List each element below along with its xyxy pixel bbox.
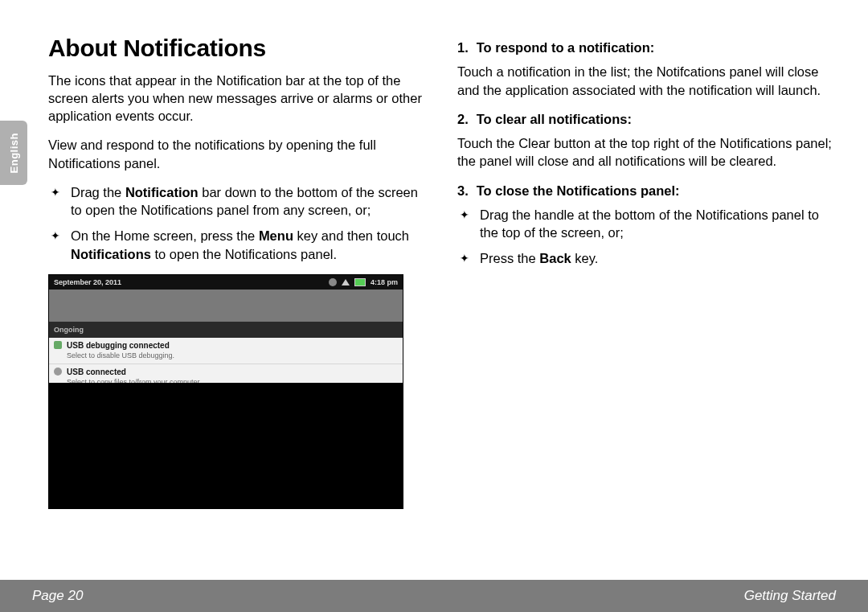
page: English About Notifications The icons th… [0,0,868,612]
star-icon: ✦ [457,206,472,242]
intro-para-1: The icons that appear in the Notificatio… [48,72,427,125]
bullet-text: Drag the handle at the bottom of the Not… [480,206,836,242]
screenshot-header-bar [49,290,403,322]
step-2-heading: 2. To clear all notifications: [457,110,836,128]
usb-icon [54,368,62,376]
footer-page-number: Page 20 [32,588,83,604]
bullet-menu-key: ✦ On the Home screen, press the Menu key… [48,227,427,263]
page-title: About Notifications [48,32,427,65]
sync-icon [329,278,337,286]
bullet-text: On the Home screen, press the Menu key a… [71,227,427,263]
star-icon: ✦ [457,249,472,267]
bullet-drag-handle: ✦ Drag the handle at the bottom of the N… [457,206,836,242]
screenshot-ongoing-label: Ongoing [49,322,403,338]
footer-section-title: Getting Started [744,588,836,604]
step-1-text: Touch a notification in the list; the No… [457,63,836,99]
step-1-heading: 1. To respond to a notification: [457,39,836,56]
left-column: About Notifications The icons that appea… [48,32,427,564]
star-icon: ✦ [48,183,63,220]
language-tab-label: English [8,133,20,173]
page-footer: Page 20 Getting Started [0,580,868,612]
battery-icon [354,278,366,286]
bullet-drag-bar: ✦ Drag the Notification bar down to the … [48,183,427,220]
statusbar-time: 4:18 pm [371,277,398,287]
content-area: About Notifications The icons that appea… [48,32,836,564]
step-3-heading: 3. To close the Notifications panel: [457,182,836,199]
row-subtitle: Select to disable USB debugging. [67,351,398,360]
bullet-back-key: ✦ Press the Back key. [457,249,836,267]
row-title: USB debugging connected [67,340,398,351]
row-title: USB connected [67,367,398,378]
screenshot-statusbar: September 20, 2011 4:18 pm [49,275,403,290]
bullet-text: Press the Back key. [480,249,598,267]
right-column: 1. To respond to a notification: Touch a… [457,32,836,564]
statusbar-date: September 20, 2011 [54,277,121,287]
language-tab: English [0,121,27,185]
step-2-text: Touch the Clear button at the top right … [457,134,836,170]
screenshot-empty-area [49,383,403,508]
intro-para-2: View and respond to the notifications by… [48,136,427,172]
star-icon: ✦ [48,227,63,263]
bug-icon [54,341,62,349]
bullet-text: Drag the Notification bar down to the bo… [71,183,427,220]
close-panel-bullets: ✦ Drag the handle at the bottom of the N… [457,206,836,268]
statusbar-right: 4:18 pm [329,277,398,287]
wifi-icon [342,279,350,285]
open-panel-bullets: ✦ Drag the Notification bar down to the … [48,183,427,263]
screenshot-row-usb-debug: USB debugging connected Select to disabl… [49,338,403,364]
notifications-panel-screenshot: September 20, 2011 4:18 pm Ongoing USB d… [48,274,403,509]
